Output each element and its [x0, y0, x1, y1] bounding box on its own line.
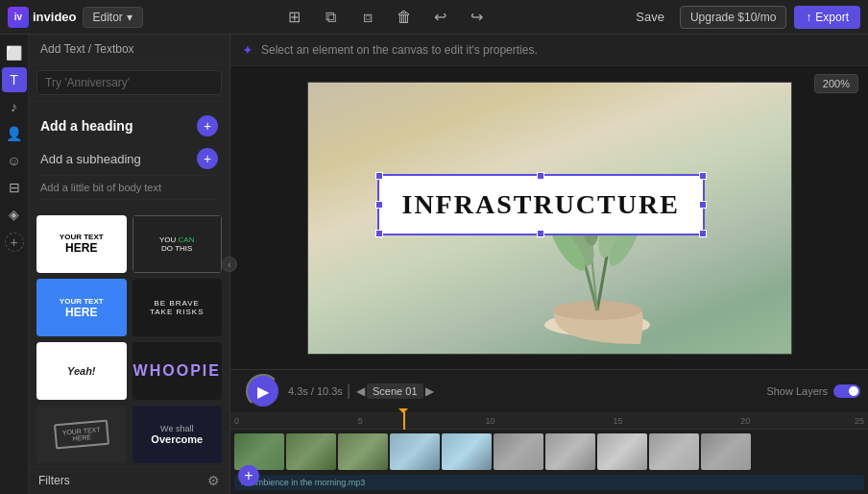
- resize-handle-tr[interactable]: [699, 172, 707, 180]
- filter-icon[interactable]: ⚙: [207, 473, 220, 488]
- upload-icon: ↑: [806, 11, 811, 24]
- editor-button[interactable]: Editor ▾: [83, 7, 143, 28]
- video-clip-5[interactable]: [442, 433, 492, 470]
- video-clip-4[interactable]: [390, 433, 440, 470]
- chevron-down-icon: ▾: [127, 11, 133, 24]
- main-area: ⬜ T ♪ 👤 ☺ ⊟ ◈ + Add Text / Textbox Add a…: [0, 35, 868, 494]
- show-layers-label: Show Layers: [766, 385, 828, 397]
- layers-icon-btn[interactable]: ⧈: [354, 4, 381, 31]
- overlay-text: INFRASTRUCTURE: [402, 189, 680, 219]
- redo-icon-btn[interactable]: ↪: [464, 4, 491, 31]
- text-overlay-box[interactable]: INFRASTRUCTURE: [377, 174, 705, 235]
- template-yourtext-white[interactable]: YOUR TEXT HERE: [36, 215, 127, 273]
- topbar-right: Save Upgrade $10/mo ↑ Export: [628, 6, 860, 29]
- sidebar-icon-media[interactable]: ⬜: [2, 40, 27, 65]
- timeline-controls: ▶ 4.3s / 10.3s | ◀ Scene 01 ▶ Show Layer…: [230, 370, 868, 412]
- audio-track: ♫ Ambience in the morning.mp3: [234, 475, 864, 490]
- ruler-mark-20: 20: [740, 416, 750, 426]
- video-clip-10[interactable]: [701, 433, 751, 470]
- topbar-center: ⊞ ⧉ ⧈ 🗑 ↩ ↪: [281, 4, 491, 31]
- ruler-mark-0: 0: [234, 416, 239, 426]
- plant-svg: [501, 123, 693, 354]
- text-panel: Add Text / Textbox Add a heading + Add a…: [29, 35, 230, 494]
- copy-icon-btn[interactable]: ⧉: [318, 4, 345, 31]
- add-heading-button[interactable]: +: [197, 115, 218, 136]
- prev-scene-button[interactable]: ◀: [354, 384, 367, 398]
- heading-row: Add a heading +: [40, 110, 218, 142]
- canvas-area: ✦ Select an element on the canvas to edi…: [230, 35, 868, 494]
- filters-label: Filters: [38, 474, 70, 487]
- search-input[interactable]: [36, 70, 222, 95]
- resize-handle-tm[interactable]: [537, 172, 544, 180]
- sidebar-icon-layers[interactable]: ⊟: [2, 175, 27, 200]
- upgrade-button[interactable]: Upgrade $10/mo: [680, 6, 786, 29]
- template-stamp[interactable]: YOUR TEXT HERE: [36, 406, 127, 463]
- panel-collapse-button[interactable]: ‹: [222, 257, 237, 272]
- resize-handle-rm[interactable]: [699, 201, 707, 209]
- subheading-label: Add a subheading: [40, 152, 141, 166]
- save-button[interactable]: Save: [628, 6, 672, 28]
- next-scene-button[interactable]: ▶: [423, 384, 436, 398]
- invideo-logo: iv invideo: [8, 7, 77, 28]
- add-subheading-button[interactable]: +: [197, 148, 218, 169]
- body-text-label: Add a little bit of body text: [40, 182, 161, 193]
- ruler-mark-25: 25: [855, 416, 864, 426]
- resize-handle-tl[interactable]: [375, 172, 383, 180]
- panel-search-area: [29, 64, 229, 102]
- resize-handle-bm[interactable]: [537, 230, 544, 237]
- sidebar-icon-add[interactable]: +: [5, 233, 24, 252]
- canvas-frame: INFRASTRUCTURE: [307, 82, 792, 355]
- video-clip-3[interactable]: [338, 433, 388, 470]
- video-clip-7[interactable]: [545, 433, 595, 470]
- template-yeah[interactable]: Yeah!: [36, 342, 127, 400]
- resize-handle-lm[interactable]: [375, 201, 383, 209]
- topbar-left: iv invideo Editor ▾: [8, 7, 143, 28]
- template-yourtext-blue[interactable]: YOUR TEXT HERE: [36, 279, 127, 336]
- export-label: Export: [815, 11, 849, 24]
- logo-icon: iv: [8, 7, 29, 28]
- topbar: iv invideo Editor ▾ ⊞ ⧉ ⧈ 🗑 ↩ ↪ Save Upg…: [0, 0, 868, 35]
- undo-icon-btn[interactable]: ↩: [427, 4, 454, 31]
- hint-icon: ✦: [242, 42, 253, 58]
- text-templates-grid: YOUR TEXT HERE YOU CAN DO THIS YOUR TEXT…: [29, 208, 229, 466]
- scene-label: Scene 01: [367, 383, 422, 399]
- show-layers-toggle[interactable]: [833, 384, 860, 398]
- ruler-mark-15: 15: [613, 416, 622, 426]
- sidebar-icon-text[interactable]: T: [2, 67, 27, 92]
- add-track-button[interactable]: +: [238, 465, 259, 486]
- heading-label: Add a heading: [40, 118, 133, 134]
- video-clip-9[interactable]: [649, 433, 699, 470]
- toggle-knob: [849, 386, 858, 396]
- template-whoopie[interactable]: WHOOPIE: [133, 342, 223, 400]
- sidebar-icon-music[interactable]: ♪: [2, 94, 27, 119]
- logo-text: invideo: [33, 10, 77, 24]
- audio-label: Ambience in the morning.mp3: [251, 478, 366, 487]
- video-clip-6[interactable]: [494, 433, 543, 470]
- resize-handle-bl[interactable]: [375, 230, 383, 237]
- grid-icon-btn[interactable]: ⊞: [281, 4, 308, 31]
- panel-breadcrumb: Add Text / Textbox: [29, 35, 229, 64]
- sidebar-icon-person[interactable]: 👤: [2, 121, 27, 146]
- play-button[interactable]: ▶: [246, 374, 280, 408]
- zoom-label: 200%: [814, 74, 858, 93]
- hint-text: Select an element on the canvas to edit …: [261, 43, 538, 57]
- video-clip-1[interactable]: [234, 433, 284, 470]
- video-track: [234, 433, 864, 471]
- filters-row: Filters ⚙: [29, 466, 229, 494]
- template-weovercame[interactable]: We shall Overcome: [133, 406, 223, 463]
- canvas-hint-bar: ✦ Select an element on the canvas to edi…: [230, 35, 868, 66]
- video-clip-8[interactable]: [597, 433, 647, 470]
- template-bebrave[interactable]: BE BRAVE TAKE RISKS: [133, 279, 223, 336]
- delete-icon-btn[interactable]: 🗑: [391, 4, 418, 31]
- timeline-ruler: 0 5 10 15 20 25: [230, 412, 868, 430]
- editor-label: Editor: [93, 11, 123, 24]
- template-youcan[interactable]: YOU CAN DO THIS: [133, 215, 223, 273]
- sidebar-icon-brand[interactable]: ◈: [2, 202, 27, 227]
- video-clip-2[interactable]: [286, 433, 336, 470]
- timeline: ▶ 4.3s / 10.3s | ◀ Scene 01 ▶ Show Layer…: [230, 369, 868, 494]
- resize-handle-br[interactable]: [699, 230, 707, 237]
- sidebar-icon-emoji[interactable]: ☺: [2, 148, 27, 173]
- playhead: [403, 412, 405, 430]
- export-button[interactable]: ↑ Export: [794, 6, 860, 29]
- canvas-wrapper: 200%: [230, 66, 868, 369]
